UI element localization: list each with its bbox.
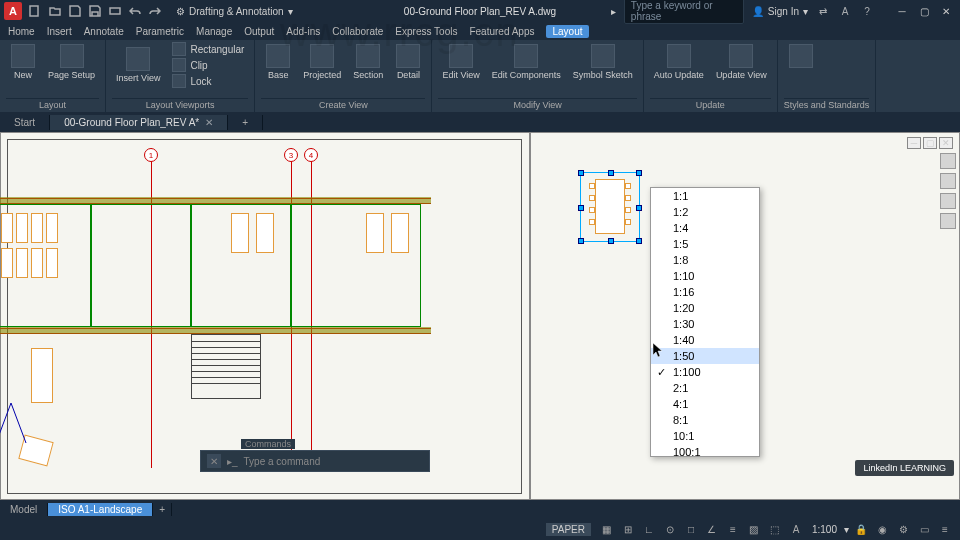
clean-icon[interactable]: ▭ <box>915 521 933 537</box>
scale-option[interactable]: 1:100 <box>651 364 759 380</box>
search-input[interactable]: Type a keyword or phrase <box>624 0 744 24</box>
scale-option[interactable]: 10:1 <box>651 428 759 444</box>
selected-viewport[interactable] <box>580 172 640 242</box>
isolate-icon[interactable]: ◉ <box>873 521 891 537</box>
qat-redo-icon[interactable] <box>148 4 162 18</box>
qat-saveas-icon[interactable] <box>88 4 102 18</box>
selection-icon[interactable]: ⬚ <box>766 521 784 537</box>
maximize-button[interactable]: ▢ <box>914 4 934 18</box>
menu-tab-home[interactable]: Home <box>8 26 35 37</box>
close-button[interactable]: ✕ <box>936 4 956 18</box>
ribbon-auto-update-button[interactable]: Auto Update <box>650 42 708 82</box>
navbar-wheel-icon[interactable] <box>940 153 956 169</box>
app-logo[interactable]: A <box>4 2 22 20</box>
doc-tab[interactable]: 00-Ground Floor Plan_REV A*✕ <box>50 115 228 130</box>
chevron-down-icon: ▾ <box>803 6 808 17</box>
scale-option[interactable]: 1:20 <box>651 300 759 316</box>
minimize-button[interactable]: ─ <box>892 4 912 18</box>
grid-icon[interactable]: ▦ <box>598 521 616 537</box>
close-icon[interactable]: ✕ <box>207 454 221 468</box>
navbar-zoom-icon[interactable] <box>940 193 956 209</box>
layout-tabs: ModelISO A1-Landscape+ <box>0 500 960 518</box>
close-icon[interactable]: ✕ <box>205 117 213 128</box>
scale-option[interactable]: 1:2 <box>651 204 759 220</box>
osnap-icon[interactable]: □ <box>682 521 700 537</box>
layout-tab[interactable]: Model <box>0 503 48 516</box>
scale-dropdown-menu[interactable]: 1:11:21:41:51:81:101:161:201:301:401:501… <box>650 187 760 457</box>
annotation-scale[interactable]: 1:100 <box>808 524 841 535</box>
ribbon-clip-button[interactable]: Clip <box>168 58 248 72</box>
scale-option[interactable]: 1:40 <box>651 332 759 348</box>
ribbon-update-view-button[interactable]: Update View <box>712 42 771 82</box>
scale-option[interactable]: 2:1 <box>651 380 759 396</box>
layout-tab[interactable]: ISO A1-Landscape <box>48 503 153 516</box>
doc-tab[interactable]: Start <box>0 115 50 130</box>
lineweight-icon[interactable]: ≡ <box>724 521 742 537</box>
qat-open-icon[interactable] <box>48 4 62 18</box>
scale-option[interactable]: 1:16 <box>651 284 759 300</box>
navbar-pan-icon[interactable] <box>940 173 956 189</box>
ribbon-btn-button[interactable] <box>784 42 818 72</box>
exchange-icon[interactable]: ⇄ <box>816 4 830 18</box>
scale-option[interactable]: 1:8 <box>651 252 759 268</box>
ribbon-panel-label: Modify View <box>438 98 636 110</box>
ribbon-panel-label: Layout <box>6 98 99 110</box>
polar-icon[interactable]: ⊙ <box>661 521 679 537</box>
snap-icon[interactable]: ⊞ <box>619 521 637 537</box>
new-tab-button[interactable]: + <box>228 115 263 130</box>
workspace-label: Drafting & Annotation <box>189 6 284 17</box>
help-icon[interactable]: ? <box>860 4 874 18</box>
qat-plot-icon[interactable] <box>108 4 122 18</box>
app-icon[interactable]: A <box>838 4 852 18</box>
ribbon-symbol-sketch-button[interactable]: Symbol Sketch <box>569 42 637 82</box>
workspace-dropdown[interactable]: ⚙ Drafting & Annotation ▾ <box>176 6 293 17</box>
scale-option[interactable]: 8:1 <box>651 412 759 428</box>
navigation-bar <box>939 153 957 229</box>
chevron-down-icon[interactable]: ▾ <box>844 524 849 535</box>
document-tabs: Start00-Ground Floor Plan_REV A*✕+ <box>0 112 960 132</box>
scale-option[interactable]: 1:1 <box>651 188 759 204</box>
scale-option[interactable]: 1:50 <box>651 348 759 364</box>
grid-bubble: 4 <box>304 148 318 162</box>
drawing-area[interactable]: 1 3 4 <box>0 132 960 500</box>
menu-tab-annotate[interactable]: Annotate <box>84 26 124 37</box>
menu-tab-layout[interactable]: Layout <box>546 25 588 38</box>
transparency-icon[interactable]: ▨ <box>745 521 763 537</box>
qat-undo-icon[interactable] <box>128 4 142 18</box>
menu-tab-manage[interactable]: Manage <box>196 26 232 37</box>
ribbon-new-button[interactable]: New <box>6 42 40 82</box>
hardware-icon[interactable]: ⚙ <box>894 521 912 537</box>
grid-bubble: 1 <box>144 148 158 162</box>
scale-option[interactable]: 1:4 <box>651 220 759 236</box>
customize-icon[interactable]: ≡ <box>936 521 954 537</box>
ribbon-insert-view-button[interactable]: Insert View <box>112 45 164 85</box>
scale-option[interactable]: 1:30 <box>651 316 759 332</box>
ribbon-rectangular-button[interactable]: Rectangular <box>168 42 248 56</box>
grid-bubble: 3 <box>284 148 298 162</box>
vp-restore-icon[interactable]: ▢ <box>923 137 937 149</box>
ortho-icon[interactable]: ∟ <box>640 521 658 537</box>
signin-button[interactable]: 👤 Sign In ▾ <box>752 6 808 17</box>
info-icon[interactable]: ▸ <box>611 6 616 17</box>
navbar-orbit-icon[interactable] <box>940 213 956 229</box>
command-line[interactable]: ✕ ▸_ Type a command Commands <box>200 450 430 472</box>
scale-option[interactable]: 4:1 <box>651 396 759 412</box>
menu-tab-insert[interactable]: Insert <box>47 26 72 37</box>
command-input[interactable]: Type a command <box>244 456 423 467</box>
scale-option[interactable]: 1:5 <box>651 236 759 252</box>
vp-minimize-icon[interactable]: ─ <box>907 137 921 149</box>
vp-close-icon[interactable]: ✕ <box>939 137 953 149</box>
qat-new-icon[interactable] <box>28 4 42 18</box>
add-layout-button[interactable]: + <box>153 503 172 516</box>
qat-save-icon[interactable] <box>68 4 82 18</box>
paperspace-toggle[interactable]: PAPER <box>546 523 591 536</box>
menu-tab-parametric[interactable]: Parametric <box>136 26 184 37</box>
scale-option[interactable]: 1:10 <box>651 268 759 284</box>
scale-option[interactable]: 100:1 <box>651 444 759 457</box>
annotation-icon[interactable]: A <box>787 521 805 537</box>
ribbon-page-setup-button[interactable]: Page Setup <box>44 42 99 82</box>
ribbon-lock-button[interactable]: Lock <box>168 74 248 88</box>
menu-tab-output[interactable]: Output <box>244 26 274 37</box>
lock-icon[interactable]: 🔒 <box>852 521 870 537</box>
otrack-icon[interactable]: ∠ <box>703 521 721 537</box>
